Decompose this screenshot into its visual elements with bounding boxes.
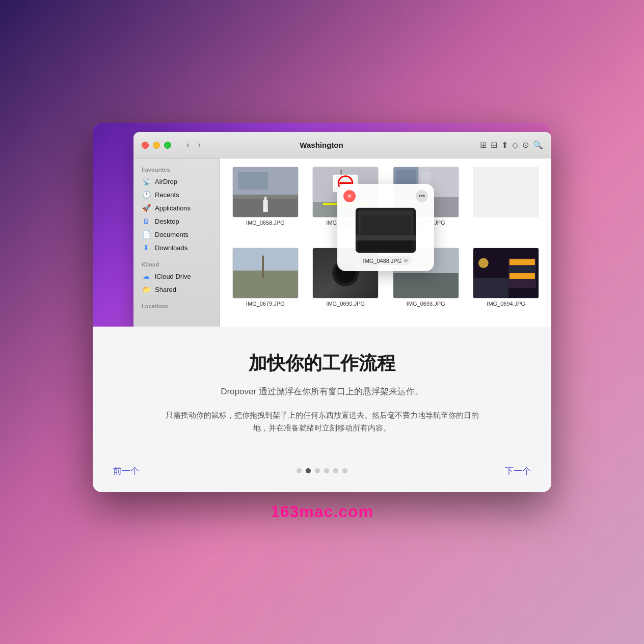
dot-1[interactable] <box>297 468 302 473</box>
sidebar-item-airdrop[interactable]: 📡 AirDrop <box>133 175 220 188</box>
traffic-light-yellow[interactable] <box>153 142 160 149</box>
sidebar-item-documents[interactable]: 📄 Documents <box>133 228 220 241</box>
watermark: 163mac.com <box>271 502 373 521</box>
sidebar-item-desktop[interactable]: 🖥 Desktop <box>133 214 220 228</box>
svg-rect-31 <box>509 273 535 279</box>
photo-thumb-4 <box>473 167 539 218</box>
traffic-light-red[interactable] <box>142 142 149 149</box>
search-icon[interactable]: 🔍 <box>533 140 543 150</box>
shelf-close-button[interactable]: ✕ <box>343 190 356 202</box>
photo-label-8: IMG_0694.JPG <box>487 301 525 307</box>
svg-rect-23 <box>262 256 264 278</box>
locations-label: Locations <box>133 301 220 311</box>
main-dialog: ‹ › Washington ⊞ ⊟ ⬆ ◇ ⊙ 🔍 <box>93 123 551 492</box>
photo-item-8[interactable]: IMG_0694.JPG <box>469 248 544 323</box>
finder-content: IMG_0658.JPG <box>220 158 551 327</box>
photo-thumb-1 <box>232 167 299 218</box>
icloud-label: iCloud <box>133 259 220 270</box>
sidebar-item-downloads-label: Downloads <box>155 244 187 252</box>
sidebar-item-desktop-label: Desktop <box>155 218 179 225</box>
share-icon[interactable]: ⬆ <box>501 140 508 150</box>
shelf-photo-label: IMG_0488.JPG ⊕ <box>359 256 413 265</box>
svg-rect-38 <box>356 235 416 240</box>
svg-rect-2 <box>263 200 268 212</box>
photo-label-6: IMG_0690.JPG <box>326 301 365 307</box>
view-grid-icon[interactable]: ⊞ <box>480 140 487 150</box>
finder-section: ‹ › Washington ⊞ ⊟ ⬆ ◇ ⊙ 🔍 <box>93 123 551 327</box>
shelf-controls: ✕ ••• <box>343 190 428 202</box>
sidebar-item-shared[interactable]: 📁 Shared <box>133 283 220 296</box>
shelf-photo-name: IMG_0488.JPG <box>363 258 402 264</box>
svg-rect-3 <box>233 195 298 199</box>
folder-title: Washington <box>169 141 474 149</box>
desktop-icon: 🖥 <box>142 217 151 226</box>
nav-footer: 前一个 下一个 <box>93 455 551 492</box>
shelf-more-button[interactable]: ••• <box>416 190 428 202</box>
icloud-icon: ☁ <box>142 272 151 281</box>
subtitle: Dropover 通过漂浮在你所有窗口上的悬浮架来运作。 <box>221 385 423 398</box>
shelf-photo <box>355 207 416 253</box>
svg-point-33 <box>478 258 489 269</box>
photo-label-1: IMG_0658.JPG <box>246 220 285 226</box>
dot-2[interactable] <box>306 468 311 473</box>
sidebar-item-applications-label: Applications <box>155 204 191 212</box>
sidebar-item-shared-label: Shared <box>155 286 176 293</box>
photo-item-1[interactable]: IMG_0658.JPG <box>228 167 303 242</box>
dot-4[interactable] <box>324 468 329 473</box>
finder-toolbar: ‹ › Washington ⊞ ⊟ ⬆ ◇ ⊙ 🔍 <box>133 132 551 158</box>
dot-6[interactable] <box>342 468 347 473</box>
prev-button[interactable]: 前一个 <box>113 465 139 477</box>
recents-icon: 🕐 <box>142 190 151 199</box>
sidebar-item-recents-label: Recents <box>155 191 179 199</box>
next-button[interactable]: 下一个 <box>505 465 531 477</box>
toolbar-icons: ⊞ ⊟ ⬆ ◇ ⊙ 🔍 <box>480 140 543 150</box>
sidebar-item-airdrop-label: AirDrop <box>155 178 177 185</box>
sidebar-item-documents-label: Documents <box>155 231 189 238</box>
downloads-icon: ⬇ <box>142 243 151 252</box>
svg-rect-32 <box>474 278 509 298</box>
sidebar-item-downloads[interactable]: ⬇ Downloads <box>133 241 220 254</box>
finder-window: ‹ › Washington ⊞ ⊟ ⬆ ◇ ⊙ 🔍 <box>133 132 551 327</box>
sidebar-item-recents[interactable]: 🕐 Recents <box>133 188 220 201</box>
shared-icon: 📁 <box>142 285 151 294</box>
photo-label-7: IMG_0693.JPG <box>407 301 445 307</box>
svg-rect-36 <box>358 240 413 251</box>
text-section: 加快你的工作流程 Dropover 通过漂浮在你所有窗口上的悬浮架来运作。 只需… <box>93 327 551 454</box>
dot-3[interactable] <box>315 468 320 473</box>
outer-background: ‹ › Washington ⊞ ⊟ ⬆ ◇ ⊙ 🔍 <box>0 0 644 644</box>
traffic-lights <box>142 142 171 149</box>
more-icon[interactable]: ⊙ <box>522 140 529 150</box>
svg-rect-1 <box>233 197 298 217</box>
svg-rect-26 <box>393 273 458 298</box>
photo-item-5[interactable]: IMG_0679.JPG <box>228 248 303 323</box>
sidebar-item-icloud-label: iCloud Drive <box>155 273 191 280</box>
finder-sidebar: Favourites 📡 AirDrop 🕐 Recents 🚀 Applica… <box>133 158 220 327</box>
view-options-icon[interactable]: ⊟ <box>491 140 497 150</box>
svg-rect-29 <box>509 259 535 265</box>
svg-rect-30 <box>509 266 535 273</box>
finder-body: Favourites 📡 AirDrop 🕐 Recents 🚀 Applica… <box>133 158 551 327</box>
sidebar-item-icloud[interactable]: ☁ iCloud Drive <box>133 270 220 283</box>
photo-thumb-5 <box>232 248 299 299</box>
svg-rect-22 <box>233 271 298 298</box>
photo-thumb-8 <box>473 248 539 299</box>
svg-rect-5 <box>238 172 268 190</box>
tag-icon[interactable]: ◇ <box>512 140 518 150</box>
dot-5[interactable] <box>333 468 338 473</box>
description: 只需摇动你的鼠标，把你拖拽到架子上的任何东西放置进去。然后毫不费力地导航至你的目… <box>164 409 480 435</box>
shelf-copy-icon: ⊕ <box>404 257 408 264</box>
main-title: 加快你的工作流程 <box>249 352 395 374</box>
favourites-label: Favourites <box>133 165 220 175</box>
svg-rect-37 <box>361 216 411 235</box>
applications-icon: 🚀 <box>142 203 151 212</box>
dots-container <box>297 468 347 473</box>
dropover-shelf: ✕ ••• <box>337 184 434 271</box>
documents-icon: 📄 <box>142 230 151 239</box>
airdrop-icon: 📡 <box>142 177 151 186</box>
svg-rect-21 <box>233 248 298 271</box>
photo-label-5: IMG_0679.JPG <box>246 301 285 307</box>
photo-item-4 <box>469 167 544 242</box>
sidebar-item-applications[interactable]: 🚀 Applications <box>133 201 220 214</box>
